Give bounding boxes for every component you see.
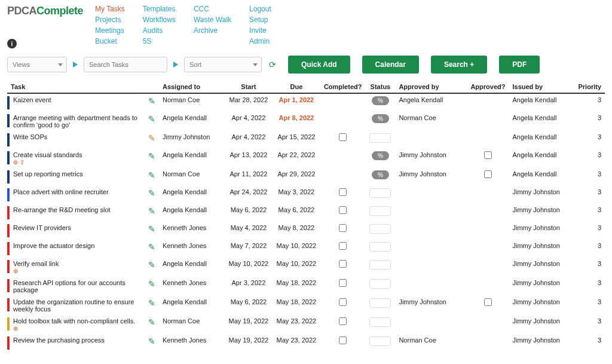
edit-icon[interactable]: ✎ [148,188,155,198]
table-row[interactable]: Set up reporting metrics✎Norman CoeApr 1… [7,168,605,186]
completed-checkbox[interactable] [339,337,347,344]
completed-checkbox[interactable] [339,224,347,232]
calendar-button[interactable]: Calendar [362,56,419,74]
assigned-to: Norman Coe [159,315,225,334]
completed-checkbox[interactable] [339,260,347,268]
edit-icon[interactable]: ✎ [148,224,155,234]
status-box[interactable] [369,188,391,198]
col-due[interactable]: Due [273,81,320,93]
status-box[interactable] [369,242,391,252]
col-status[interactable]: Status [365,81,395,93]
table-row[interactable]: Kaizen event✎Norman CoeMar 28, 2022Apr 1… [7,93,605,112]
nav-templates[interactable]: Templates [143,5,176,13]
completed-checkbox[interactable] [339,133,347,141]
status-box[interactable] [369,317,391,327]
col-approved-by[interactable]: Approved by [395,81,467,93]
table-row[interactable]: Review the purchasing process✎Kenneth Jo… [7,334,605,352]
status-badge[interactable]: % [372,96,389,105]
start-date: Apr 4, 2022 [225,112,273,131]
table-row[interactable]: Verify email link⊕✎Angela KendallMay 10,… [7,258,605,277]
status-box[interactable] [369,337,391,346]
completed-checkbox[interactable] [339,242,347,250]
edit-icon[interactable]: ✎ [148,133,155,143]
nav-invite[interactable]: Invite [249,26,271,35]
pdf-button[interactable]: PDF [499,56,540,74]
task-attachment-icons[interactable]: ⊕ [13,268,18,274]
info-icon[interactable]: i [7,39,17,48]
edit-icon[interactable]: ✎ [148,298,155,308]
col-issued-by[interactable]: Issued by [509,81,574,93]
approved-checkbox[interactable] [484,298,492,306]
edit-icon[interactable]: ✎ [148,170,155,180]
nav-audits[interactable]: Audits [143,26,176,35]
nav-setup[interactable]: Setup [249,16,271,24]
approved-checkbox[interactable] [484,170,492,178]
quick-add-button[interactable]: Quick Add [288,56,350,74]
start-date: May 19, 2022 [225,334,273,352]
col-priority[interactable]: Priority [574,81,605,93]
table-row[interactable]: Create visual standards⊕ ⇪✎Angela Kendal… [7,149,605,168]
status-badge[interactable]: % [372,114,389,123]
nav-archive[interactable]: Archive [194,26,231,35]
status-badge[interactable]: % [372,151,389,160]
table-row[interactable]: Research API options for our accounts pa… [7,277,605,296]
nav-my-tasks[interactable]: My Tasks [95,5,125,13]
table-row[interactable]: Place advert with online recruiter✎Angel… [7,186,605,204]
nav-logout[interactable]: Logout [249,5,271,13]
edit-icon[interactable]: ✎ [148,317,155,327]
completed-checkbox[interactable] [339,188,347,196]
nav-ccc[interactable]: CCC [194,5,231,13]
nav-workflows[interactable]: Workflows [143,16,176,24]
edit-icon[interactable]: ✎ [148,151,155,161]
table-row[interactable]: Update the organization routine to ensur… [7,296,605,315]
status-box[interactable] [369,224,391,234]
edit-icon[interactable]: ✎ [148,337,155,346]
completed-checkbox[interactable] [339,317,347,325]
table-row[interactable]: Hold toolbox talk with non-compliant cel… [7,315,605,334]
start-date: Apr 11, 2022 [225,168,273,186]
completed-checkbox[interactable] [339,279,347,287]
col-assigned[interactable]: Assigned to [159,81,225,93]
status-cell [365,258,395,277]
task-attachment-icons[interactable]: ⊕ ⇪ [13,159,25,166]
status-box[interactable] [369,279,391,289]
table-row[interactable]: Arrange meeting with department heads to… [7,112,605,131]
views-run-icon[interactable] [73,62,78,68]
edit-icon[interactable]: ✎ [148,206,155,216]
status-box[interactable] [369,260,391,270]
edit-icon[interactable]: ✎ [148,242,155,252]
col-start[interactable]: Start [225,81,273,93]
refresh-icon[interactable]: ⟳ [269,60,276,69]
completed-checkbox[interactable] [339,298,347,306]
col-approved[interactable]: Approved? [467,81,509,93]
nav-meetings[interactable]: Meetings [95,26,125,35]
status-box[interactable] [369,206,391,216]
edit-icon[interactable]: ✎ [148,260,155,270]
nav-projects[interactable]: Projects [95,16,125,24]
status-badge[interactable]: % [372,170,389,179]
nav-5s[interactable]: 5S [143,37,176,45]
sort-select[interactable]: Sort [184,57,262,72]
edit-icon[interactable]: ✎ [148,114,155,124]
top-nav: My Tasks Projects Meetings Bucket Templa… [95,5,271,45]
table-row[interactable]: Re-arrange the R&D meeting slot✎Angela K… [7,204,605,222]
edit-icon[interactable]: ✎ [148,96,155,106]
nav-waste-walk[interactable]: Waste Walk [194,16,231,24]
table-row[interactable]: Improve the actuator design✎Kenneth Jone… [7,240,605,258]
table-row[interactable]: Write SOPs✎Jimmy JohnstonApr 4, 2022Apr … [7,131,605,149]
status-box[interactable] [369,133,391,143]
edit-icon[interactable]: ✎ [148,279,155,289]
task-attachment-icons[interactable]: ⊕ [13,325,18,332]
completed-checkbox[interactable] [339,206,347,214]
nav-admin[interactable]: Admin [249,37,271,45]
table-row[interactable]: Review IT providers✎Kenneth JonesMay 4, … [7,222,605,240]
search-input[interactable] [84,57,167,72]
status-box[interactable] [369,298,391,308]
search-plus-button[interactable]: Search + [431,56,487,74]
col-task[interactable]: Task [7,81,145,93]
search-run-icon[interactable] [173,62,178,68]
nav-bucket[interactable]: Bucket [95,37,125,45]
col-completed[interactable]: Completed? [320,81,366,93]
views-select[interactable]: Views [7,57,67,72]
approved-checkbox[interactable] [484,151,492,159]
